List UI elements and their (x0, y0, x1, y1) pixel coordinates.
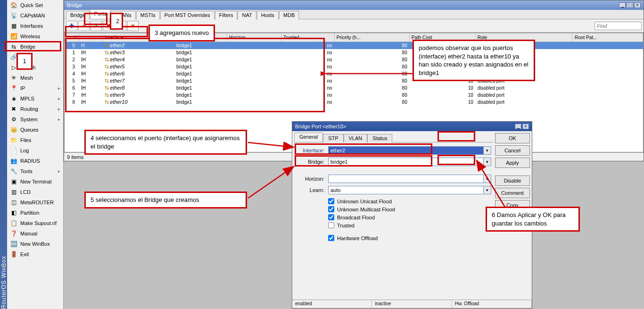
column-header[interactable]: # (65, 33, 79, 42)
table-row[interactable]: 2IHether4bridge1no8010disabled port (65, 56, 643, 63)
table-row[interactable]: 5IHether7bridge1no8010disabled port (65, 77, 643, 84)
remove-button[interactable]: ━ (78, 21, 90, 31)
checkbox-icon[interactable] (328, 214, 334, 220)
tab-port-mst-overrides[interactable]: Port MST Overrides (160, 11, 215, 19)
sidebar-item-label: Files (20, 137, 31, 143)
column-header[interactable]: Root Pat... (573, 33, 643, 42)
learn-input[interactable] (328, 186, 484, 194)
check-broadcast[interactable]: Broadcast Flood (296, 213, 491, 221)
sidebar-item-quick-set[interactable]: 🏠Quick Set (7, 0, 63, 10)
dialog-tab-general[interactable]: General (294, 133, 323, 142)
dropdown-icon[interactable]: ▾ (484, 146, 491, 155)
dialog-tab-vlan[interactable]: VLAN (344, 134, 368, 142)
sidebar-item-manual[interactable]: ❓Manual (7, 228, 63, 239)
bridge-tabs: BridgePortsVLANsMSTIsPort MST OverridesF… (64, 10, 644, 19)
column-header[interactable] (79, 33, 103, 42)
bridge-label: Bridge: (296, 159, 324, 165)
sidebar-item-ip[interactable]: 📍IP▸ (7, 83, 63, 93)
check-unknown-multicast[interactable]: Unknown Multicast Flood (296, 205, 491, 213)
dropdown-icon[interactable]: ▾ (484, 186, 491, 194)
enable-button[interactable]: ✔ (91, 21, 102, 31)
filter-button[interactable]: ▼ (127, 21, 139, 31)
table-row[interactable]: 0Hether2bridge1no8010designated port (65, 42, 643, 50)
minimize-icon[interactable]: ▁ (619, 2, 626, 8)
ok-button[interactable]: OK (495, 133, 530, 143)
dialog-titlebar[interactable]: Bridge Port <ether10> ▁ ✕ (292, 122, 532, 131)
sidebar-item-queues[interactable]: 👑Queues (7, 125, 63, 135)
sidebar-item-system[interactable]: ⚙System▸ (7, 114, 63, 125)
table-row[interactable]: 4IHether6bridge1no8010disabled port (65, 70, 643, 77)
sidebar-item-capsman[interactable]: 📡CAPsMAN (7, 10, 63, 21)
sidebar-item-radius[interactable]: 👥RADIUS (7, 156, 63, 166)
table-row[interactable]: 6IHether8bridge1no8010disabled port (65, 84, 643, 92)
chevron-right-icon: ▸ (58, 117, 60, 122)
check-unknown-unicast[interactable]: Unknown Unicast Flood (296, 197, 491, 205)
tab-ports[interactable]: Ports (90, 9, 111, 19)
tab-nat[interactable]: NAT (238, 11, 256, 19)
checkbox-icon[interactable] (328, 235, 334, 241)
close-icon[interactable]: ✕ (522, 124, 529, 129)
annotation-2: 2 (110, 13, 123, 30)
dialog-status-bar: enabled inactive Hw. Offload (292, 300, 532, 308)
column-header[interactable]: Priority (h... (334, 33, 409, 42)
table-row[interactable]: 1IHether3bridge1no8010disabled port (65, 49, 643, 56)
sidebar-item-log[interactable]: 📄Log (7, 145, 63, 156)
sidebar-item-metarouter[interactable]: ◫MetaROUTER (7, 197, 63, 208)
find-input[interactable] (594, 22, 642, 30)
sidebar-item-files[interactable]: 📁Files (7, 135, 63, 145)
close-icon[interactable]: ✕ (634, 2, 641, 8)
sidebar-item-exit[interactable]: 🚪Exit (7, 249, 63, 259)
bridge-window-title: Bridge (67, 2, 82, 8)
checkbox-icon[interactable] (328, 222, 334, 228)
sidebar-item-new-terminal[interactable]: ▣New Terminal (7, 176, 63, 187)
dropdown-icon[interactable]: ▾ (484, 175, 491, 183)
dialog-form: Interface: ▾ Bridge: ▾ (294, 142, 493, 246)
tab-mstis[interactable]: MSTIs (136, 11, 160, 19)
sidebar-item-switch[interactable]: ▷Switch (7, 62, 63, 73)
sidebar-item-partition[interactable]: ◧Partition (7, 208, 63, 218)
horizon-label: Horizon: (296, 176, 324, 182)
column-header[interactable]: Horizon (227, 33, 281, 42)
menu-icon: 📍 (10, 84, 17, 92)
table-row[interactable]: 8IHether10bridge1no8010disabled port (65, 99, 643, 106)
interface-input[interactable] (328, 146, 484, 155)
sidebar-item-ppp[interactable]: 🔗PPP (7, 52, 63, 62)
tab-hosts[interactable]: Hosts (257, 11, 279, 19)
tab-bridge[interactable]: Bridge (66, 11, 90, 19)
disable-button[interactable]: Disable (495, 175, 530, 186)
dialog-tab-status[interactable]: Status (367, 134, 392, 142)
sidebar-item-bridge[interactable]: ⇆Bridge (7, 42, 63, 52)
tab-mdb[interactable]: MDB (279, 11, 299, 19)
tab-filters[interactable]: Filters (215, 11, 238, 19)
sidebar-item-wireless[interactable]: 📶Wireless (7, 31, 63, 42)
table-row[interactable]: 3IHether5bridge1no8010disabled port (65, 63, 643, 70)
check-hw-offload[interactable]: Hardware Offload (296, 234, 491, 242)
sidebar-item-label: Mesh (20, 75, 33, 81)
horizon-input[interactable] (328, 175, 484, 183)
sidebar-item-new-winbox[interactable]: 🆕New WinBox (7, 239, 63, 249)
column-header[interactable]: Trusted (281, 33, 335, 42)
sidebar-item-mpls[interactable]: ◈MPLS▸ (7, 93, 63, 104)
dialog-tab-stp[interactable]: STP (323, 134, 343, 142)
add-button[interactable]: ✚ (66, 21, 77, 31)
cancel-button[interactable]: Cancel (495, 145, 530, 156)
sidebar-item-mesh[interactable]: ✳Mesh (7, 73, 63, 83)
dropdown-icon[interactable]: ▾ (484, 158, 491, 166)
apply-button[interactable]: Apply (495, 158, 530, 168)
menu-icon: ◈ (10, 95, 17, 102)
table-row[interactable]: 7IHether9bridge1no8010disabled port (65, 92, 643, 99)
menu-icon: 🆕 (10, 240, 17, 248)
comment-button[interactable]: Comment (495, 188, 530, 198)
bridge-input[interactable] (328, 158, 484, 166)
sidebar-item-lcd[interactable]: ▥LCD (7, 187, 63, 197)
sidebar-item-make-supout.rif[interactable]: 📋Make Supout.rif (7, 218, 63, 228)
sidebar-item-routing[interactable]: ✖Routing▸ (7, 104, 63, 114)
maximize-icon[interactable]: ▢ (627, 2, 633, 8)
minimize-icon[interactable]: ▁ (515, 124, 521, 129)
sidebar-item-tools[interactable]: 🔧Tools▸ (7, 166, 63, 176)
checkbox-icon[interactable] (328, 198, 334, 204)
sidebar-item-interfaces[interactable]: ▦Interfaces (7, 21, 63, 31)
checkbox-icon[interactable] (328, 206, 334, 212)
check-trusted[interactable]: Trusted (296, 221, 491, 229)
bridge-window-titlebar[interactable]: Bridge ▁ ▢ ✕ (64, 0, 644, 10)
